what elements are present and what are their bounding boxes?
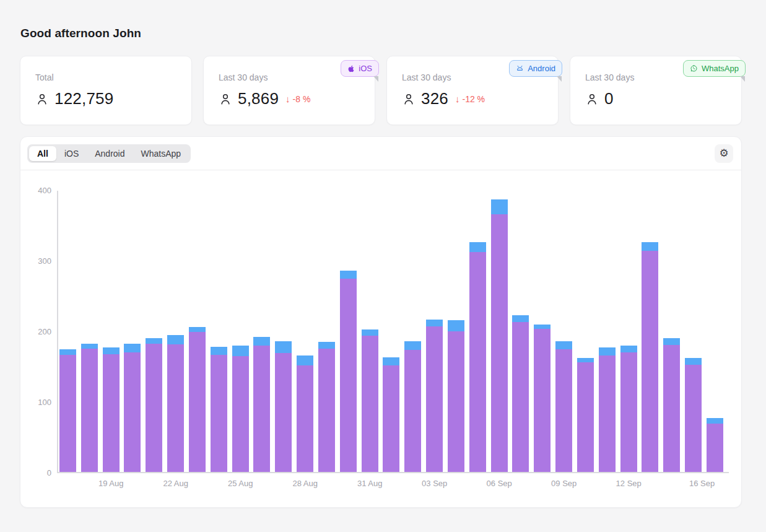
- bar-segment-ios: [448, 331, 464, 472]
- bar[interactable]: [189, 327, 206, 472]
- tab-ios[interactable]: iOS: [56, 146, 87, 161]
- bar[interactable]: [599, 347, 616, 472]
- bar[interactable]: [685, 358, 702, 472]
- bar[interactable]: [211, 347, 227, 472]
- bar[interactable]: [491, 199, 508, 472]
- bar[interactable]: [577, 358, 594, 472]
- bar[interactable]: [340, 271, 357, 472]
- user-icon: [219, 92, 232, 106]
- chart-panel: All iOS Android WhatsApp ⚙ 0100200300400…: [20, 136, 742, 508]
- bar[interactable]: [232, 346, 249, 472]
- bar[interactable]: [383, 357, 399, 472]
- bar-segment-ios: [620, 352, 637, 472]
- bar[interactable]: [253, 337, 270, 472]
- x-tick-label: 03 Sep: [422, 479, 447, 488]
- x-tick-label: 28 Aug: [292, 479, 318, 488]
- bar-segment-android: [404, 341, 421, 350]
- x-tick-label: 12 Sep: [616, 479, 642, 488]
- gear-icon: ⚙: [719, 148, 728, 159]
- bar-segment-android: [189, 327, 206, 332]
- bar[interactable]: [512, 315, 529, 472]
- bar-segment-ios: [297, 365, 313, 472]
- bar-segment-ios: [340, 279, 357, 472]
- bar-segment-ios: [167, 344, 184, 472]
- x-tick-label: 16 Sep: [689, 479, 715, 488]
- bar-segment-android: [211, 347, 227, 355]
- bar-segment-android: [297, 355, 313, 365]
- delta-negative: ↓ -12 %: [455, 94, 485, 104]
- stat-card-total: Total 122,759: [20, 56, 192, 125]
- bar-segment-ios: [642, 251, 658, 472]
- bar[interactable]: [297, 355, 313, 472]
- stat-card-value: 326: [421, 89, 448, 108]
- tab-android[interactable]: Android: [87, 146, 133, 161]
- bar-segment-ios: [707, 424, 723, 472]
- chart-header: All iOS Android WhatsApp ⚙: [20, 137, 741, 170]
- bar-segment-android: [167, 335, 184, 344]
- bar-segment-ios: [275, 353, 292, 472]
- bar-segment-android: [512, 315, 529, 322]
- bar[interactable]: [469, 242, 486, 472]
- bar-segment-ios: [534, 329, 551, 472]
- bar-segment-ios: [512, 322, 529, 472]
- tab-whatsapp[interactable]: WhatsApp: [133, 146, 189, 161]
- bar[interactable]: [124, 344, 141, 472]
- stat-card-value: 122,759: [54, 89, 113, 108]
- bar[interactable]: [555, 341, 572, 472]
- ios-badge: iOS: [341, 60, 379, 77]
- bar-segment-ios: [81, 349, 98, 472]
- bar-segment-android: [124, 344, 141, 352]
- bar-segment-ios: [599, 355, 616, 472]
- bar-segment-ios: [124, 352, 141, 472]
- bar-segment-ios: [189, 332, 206, 472]
- delta-negative: ↓ -8 %: [285, 94, 310, 104]
- bar-segment-android: [642, 242, 658, 251]
- bar-segment-android: [340, 271, 357, 279]
- bar[interactable]: [620, 346, 637, 472]
- bar-segment-android: [620, 346, 637, 352]
- bar[interactable]: [59, 349, 76, 472]
- bar-segment-android: [81, 344, 98, 349]
- bar[interactable]: [318, 342, 335, 472]
- settings-button[interactable]: ⚙: [715, 144, 733, 163]
- bar[interactable]: [404, 341, 421, 472]
- bar-segment-android: [253, 337, 270, 346]
- y-tick-label: 400: [20, 186, 51, 196]
- bar-segment-ios: [577, 362, 594, 472]
- bar[interactable]: [663, 338, 680, 472]
- bar[interactable]: [707, 418, 723, 472]
- stat-card-value: 5,869: [238, 89, 279, 108]
- bar[interactable]: [448, 320, 464, 472]
- bar-segment-android: [663, 338, 680, 345]
- bar-segment-android: [103, 347, 120, 354]
- plot-area: 19 Aug22 Aug25 Aug28 Aug31 Aug03 Sep06 S…: [57, 191, 729, 473]
- tab-all[interactable]: All: [29, 146, 56, 161]
- trend-down-icon: ↓: [455, 94, 460, 104]
- bar[interactable]: [167, 335, 184, 472]
- x-tick-label: 06 Sep: [487, 479, 512, 488]
- bar[interactable]: [534, 325, 551, 472]
- bar-segment-ios: [59, 355, 76, 472]
- y-tick-label: 300: [20, 256, 51, 266]
- bar[interactable]: [362, 329, 378, 472]
- bar[interactable]: [426, 320, 443, 472]
- bar-segment-ios: [426, 326, 443, 472]
- y-axis-labels: 0100200300400: [20, 191, 51, 473]
- bar[interactable]: [103, 347, 120, 472]
- bar-segment-ios: [491, 214, 508, 472]
- x-axis-labels: 19 Aug22 Aug25 Aug28 Aug31 Aug03 Sep06 S…: [58, 479, 729, 489]
- bar-segment-android: [534, 325, 551, 329]
- bar-segment-ios: [383, 365, 399, 472]
- bar[interactable]: [275, 341, 292, 472]
- bar[interactable]: [146, 338, 162, 472]
- bar-segment-android: [59, 349, 76, 355]
- bar[interactable]: [642, 242, 658, 472]
- whatsapp-badge-label: WhatsApp: [702, 64, 739, 73]
- page-title: Good afternoon John: [20, 27, 141, 40]
- bar[interactable]: [81, 344, 98, 472]
- bar-segment-ios: [663, 345, 680, 472]
- bar-segment-android: [555, 341, 572, 349]
- stat-card-label: Last 30 days: [219, 72, 360, 82]
- y-tick-label: 0: [20, 468, 51, 478]
- bar-segment-android: [707, 418, 723, 424]
